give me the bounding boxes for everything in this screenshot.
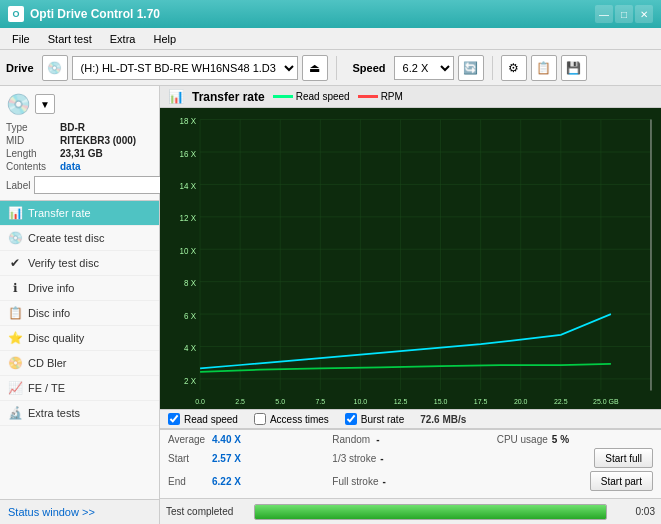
start-full-group: Start full <box>497 448 653 468</box>
burst-rate-checkbox-label: Burst rate <box>361 414 404 425</box>
maximize-button[interactable]: □ <box>615 5 633 23</box>
create-test-disc-icon: 💿 <box>8 231 22 245</box>
svg-text:5.0: 5.0 <box>275 397 285 407</box>
svg-text:18 X: 18 X <box>180 116 197 127</box>
nav-extra-tests[interactable]: 🔬 Extra tests <box>0 401 159 426</box>
nav-extra-tests-label: Extra tests <box>28 407 80 419</box>
nav-verify-test-disc[interactable]: ✔ Verify test disc <box>0 251 159 276</box>
cd-bler-icon: 📀 <box>8 356 22 370</box>
svg-text:2 X: 2 X <box>184 375 196 386</box>
menu-start-test[interactable]: Start test <box>40 31 100 47</box>
nav-fe-te[interactable]: 📈 FE / TE <box>0 376 159 401</box>
menu-bar: File Start test Extra Help <box>0 28 661 50</box>
full-stroke-group: Full stroke - <box>332 476 488 487</box>
disc-info-icon: 📋 <box>8 306 22 320</box>
burst-rate-checkbox[interactable] <box>345 413 357 425</box>
svg-text:12 X: 12 X <box>180 213 197 224</box>
save-button[interactable]: 💾 <box>561 55 587 81</box>
svg-text:20.0: 20.0 <box>514 397 528 407</box>
access-times-checkbox-item[interactable]: Access times <box>254 413 329 425</box>
menu-extra[interactable]: Extra <box>102 31 144 47</box>
start-value: 2.57 X <box>212 453 241 464</box>
disc-quality-icon: ⭐ <box>8 331 22 345</box>
burst-rate-value: 72.6 MB/s <box>420 414 466 425</box>
read-speed-checkbox[interactable] <box>168 413 180 425</box>
speed-label: Speed <box>353 62 386 74</box>
start-part-button[interactable]: Start part <box>590 471 653 491</box>
transfer-rate-icon: 📊 <box>8 206 22 220</box>
minimize-button[interactable]: — <box>595 5 613 23</box>
settings-button[interactable]: ⚙ <box>501 55 527 81</box>
time-display: 0:03 <box>615 506 655 517</box>
end-group: End 6.22 X <box>168 476 324 487</box>
progress-bar-area: Test completed 0:03 <box>160 498 661 524</box>
drive-selector[interactable]: (H:) HL-DT-ST BD-RE WH16NS48 1.D3 <box>72 56 298 80</box>
start-part-group: Start part <box>497 471 653 491</box>
disc-panel: 💿 ▼ Type BD-R MID RITEKBR3 (000) Length … <box>0 86 159 201</box>
progress-fill <box>255 505 606 519</box>
stats-row-3: End 6.22 X Full stroke - Start part <box>168 471 653 491</box>
nav-cd-bler-label: CD Bler <box>28 357 67 369</box>
chart-icon: 📊 <box>168 89 184 104</box>
close-button[interactable]: ✕ <box>635 5 653 23</box>
main-area: 💿 ▼ Type BD-R MID RITEKBR3 (000) Length … <box>0 86 661 524</box>
read-speed-checkbox-label: Read speed <box>184 414 238 425</box>
sep2 <box>492 56 493 80</box>
rpm-color <box>358 95 378 98</box>
length-key: Length <box>6 148 56 159</box>
nav-transfer-rate[interactable]: 📊 Transfer rate <box>0 201 159 226</box>
burst-rate-checkbox-item[interactable]: Burst rate <box>345 413 404 425</box>
refresh-button[interactable]: 🔄 <box>458 55 484 81</box>
sidebar: 💿 ▼ Type BD-R MID RITEKBR3 (000) Length … <box>0 86 160 524</box>
contents-value[interactable]: data <box>60 161 81 172</box>
drive-icon: 💿 <box>42 55 68 81</box>
nav-cd-bler[interactable]: 📀 CD Bler <box>0 351 159 376</box>
mid-value: RITEKBR3 (000) <box>60 135 136 146</box>
disc-options-button[interactable]: ▼ <box>35 94 55 114</box>
speed-selector[interactable]: 6.2 X <box>394 56 454 80</box>
chart-title-bar: 📊 Transfer rate Read speed RPM <box>160 86 661 108</box>
stroke-1-3-group: 1/3 stroke - <box>332 453 488 464</box>
menu-file[interactable]: File <box>4 31 38 47</box>
status-window-button[interactable]: Status window >> <box>0 499 159 524</box>
access-times-checkbox-label: Access times <box>270 414 329 425</box>
read-speed-checkbox-item[interactable]: Read speed <box>168 413 238 425</box>
svg-text:15.0: 15.0 <box>434 397 448 407</box>
type-value: BD-R <box>60 122 85 133</box>
avg-value: 4.40 X <box>212 434 241 445</box>
label-key: Label <box>6 180 30 191</box>
chart-svg: 18 X 16 X 14 X 12 X 10 X 8 X 6 X 4 X 2 X… <box>160 108 661 409</box>
extra-tests-icon: 🔬 <box>8 406 22 420</box>
progress-track <box>254 504 607 520</box>
info-button[interactable]: 📋 <box>531 55 557 81</box>
length-value: 23,31 GB <box>60 148 103 159</box>
read-speed-legend-label: Read speed <box>296 91 350 102</box>
disc-icon: 💿 <box>6 92 31 116</box>
start-full-button[interactable]: Start full <box>594 448 653 468</box>
type-key: Type <box>6 122 56 133</box>
label-input[interactable] <box>34 176 167 194</box>
end-value: 6.22 X <box>212 476 241 487</box>
svg-text:22.5: 22.5 <box>554 397 568 407</box>
avg-label: Average <box>168 434 208 445</box>
access-times-checkbox[interactable] <box>254 413 266 425</box>
nav-disc-quality-label: Disc quality <box>28 332 84 344</box>
contents-key: Contents <box>6 161 56 172</box>
nav-create-test-disc[interactable]: 💿 Create test disc <box>0 226 159 251</box>
nav-disc-quality[interactable]: ⭐ Disc quality <box>0 326 159 351</box>
cpu-group: CPU usage 5 % <box>497 434 653 445</box>
stats-row-2: Start 2.57 X 1/3 stroke - Start full <box>168 448 653 468</box>
svg-text:0.0: 0.0 <box>195 397 205 407</box>
window-title: Opti Drive Control 1.70 <box>30 7 160 21</box>
svg-text:2.5: 2.5 <box>235 397 245 407</box>
stroke-1-3-label: 1/3 stroke <box>332 453 376 464</box>
nav-disc-info[interactable]: 📋 Disc info <box>0 301 159 326</box>
svg-text:8 X: 8 X <box>184 278 196 289</box>
legend-bar: Read speed Access times Burst rate 72.6 … <box>160 409 661 429</box>
eject-button[interactable]: ⏏ <box>302 55 328 81</box>
svg-text:4 X: 4 X <box>184 343 196 354</box>
cpu-value: 5 % <box>552 434 569 445</box>
nav-drive-info[interactable]: ℹ Drive info <box>0 276 159 301</box>
title-bar: O Opti Drive Control 1.70 — □ ✕ <box>0 0 661 28</box>
menu-help[interactable]: Help <box>145 31 184 47</box>
